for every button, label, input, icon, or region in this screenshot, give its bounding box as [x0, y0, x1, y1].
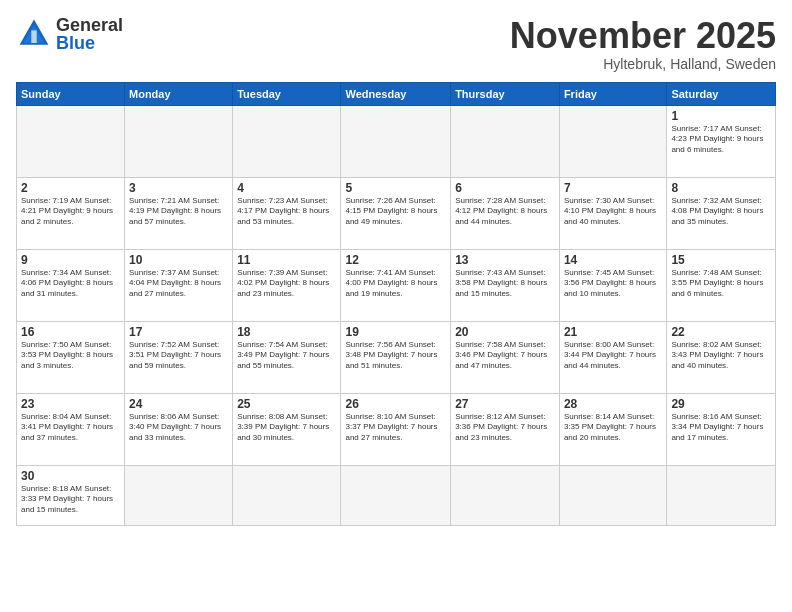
day-info: Sunrise: 8:16 AM Sunset: 3:34 PM Dayligh… — [671, 412, 771, 444]
subtitle: Hyltebruk, Halland, Sweden — [510, 56, 776, 72]
calendar-cell: 8Sunrise: 7:32 AM Sunset: 4:08 PM Daylig… — [667, 177, 776, 249]
calendar-cell: 3Sunrise: 7:21 AM Sunset: 4:19 PM Daylig… — [125, 177, 233, 249]
day-info: Sunrise: 7:17 AM Sunset: 4:23 PM Dayligh… — [671, 124, 771, 156]
day-number: 29 — [671, 397, 771, 411]
day-info: Sunrise: 8:18 AM Sunset: 3:33 PM Dayligh… — [21, 484, 120, 516]
calendar-cell: 13Sunrise: 7:43 AM Sunset: 3:58 PM Dayli… — [451, 249, 560, 321]
calendar-cell — [667, 465, 776, 525]
calendar-cell: 6Sunrise: 7:28 AM Sunset: 4:12 PM Daylig… — [451, 177, 560, 249]
calendar-cell: 19Sunrise: 7:56 AM Sunset: 3:48 PM Dayli… — [341, 321, 451, 393]
day-number: 4 — [237, 181, 336, 195]
day-number: 24 — [129, 397, 228, 411]
day-number: 3 — [129, 181, 228, 195]
calendar-cell: 16Sunrise: 7:50 AM Sunset: 3:53 PM Dayli… — [17, 321, 125, 393]
calendar-week-row: 2Sunrise: 7:19 AM Sunset: 4:21 PM Daylig… — [17, 177, 776, 249]
day-info: Sunrise: 8:10 AM Sunset: 3:37 PM Dayligh… — [345, 412, 446, 444]
day-number: 6 — [455, 181, 555, 195]
day-number: 15 — [671, 253, 771, 267]
calendar-cell — [341, 105, 451, 177]
day-number: 12 — [345, 253, 446, 267]
day-number: 16 — [21, 325, 120, 339]
calendar-cell: 14Sunrise: 7:45 AM Sunset: 3:56 PM Dayli… — [559, 249, 666, 321]
calendar-header-row: SundayMondayTuesdayWednesdayThursdayFrid… — [17, 82, 776, 105]
calendar-cell — [559, 465, 666, 525]
day-info: Sunrise: 7:43 AM Sunset: 3:58 PM Dayligh… — [455, 268, 555, 300]
day-number: 8 — [671, 181, 771, 195]
day-info: Sunrise: 7:34 AM Sunset: 4:06 PM Dayligh… — [21, 268, 120, 300]
day-number: 27 — [455, 397, 555, 411]
day-header-wednesday: Wednesday — [341, 82, 451, 105]
calendar-cell: 9Sunrise: 7:34 AM Sunset: 4:06 PM Daylig… — [17, 249, 125, 321]
day-number: 17 — [129, 325, 228, 339]
day-number: 26 — [345, 397, 446, 411]
day-info: Sunrise: 7:19 AM Sunset: 4:21 PM Dayligh… — [21, 196, 120, 228]
calendar-cell: 5Sunrise: 7:26 AM Sunset: 4:15 PM Daylig… — [341, 177, 451, 249]
calendar-cell: 25Sunrise: 8:08 AM Sunset: 3:39 PM Dayli… — [233, 393, 341, 465]
logo-blue: Blue — [56, 34, 123, 52]
page: General Blue November 2025 Hyltebruk, Ha… — [0, 0, 792, 612]
day-info: Sunrise: 8:04 AM Sunset: 3:41 PM Dayligh… — [21, 412, 120, 444]
calendar-cell — [125, 105, 233, 177]
day-info: Sunrise: 8:12 AM Sunset: 3:36 PM Dayligh… — [455, 412, 555, 444]
calendar-cell: 15Sunrise: 7:48 AM Sunset: 3:55 PM Dayli… — [667, 249, 776, 321]
day-number: 1 — [671, 109, 771, 123]
calendar-cell: 21Sunrise: 8:00 AM Sunset: 3:44 PM Dayli… — [559, 321, 666, 393]
day-info: Sunrise: 8:02 AM Sunset: 3:43 PM Dayligh… — [671, 340, 771, 372]
day-number: 14 — [564, 253, 662, 267]
day-info: Sunrise: 7:50 AM Sunset: 3:53 PM Dayligh… — [21, 340, 120, 372]
day-info: Sunrise: 7:45 AM Sunset: 3:56 PM Dayligh… — [564, 268, 662, 300]
calendar-cell: 11Sunrise: 7:39 AM Sunset: 4:02 PM Dayli… — [233, 249, 341, 321]
day-number: 5 — [345, 181, 446, 195]
calendar-cell — [451, 465, 560, 525]
day-info: Sunrise: 7:23 AM Sunset: 4:17 PM Dayligh… — [237, 196, 336, 228]
title-block: November 2025 Hyltebruk, Halland, Sweden — [510, 16, 776, 72]
calendar-cell: 2Sunrise: 7:19 AM Sunset: 4:21 PM Daylig… — [17, 177, 125, 249]
calendar-cell — [233, 105, 341, 177]
day-info: Sunrise: 7:30 AM Sunset: 4:10 PM Dayligh… — [564, 196, 662, 228]
day-number: 22 — [671, 325, 771, 339]
calendar-cell: 1Sunrise: 7:17 AM Sunset: 4:23 PM Daylig… — [667, 105, 776, 177]
calendar-week-row: 16Sunrise: 7:50 AM Sunset: 3:53 PM Dayli… — [17, 321, 776, 393]
calendar-week-row: 30Sunrise: 8:18 AM Sunset: 3:33 PM Dayli… — [17, 465, 776, 525]
day-info: Sunrise: 7:28 AM Sunset: 4:12 PM Dayligh… — [455, 196, 555, 228]
calendar-cell: 26Sunrise: 8:10 AM Sunset: 3:37 PM Dayli… — [341, 393, 451, 465]
day-header-sunday: Sunday — [17, 82, 125, 105]
calendar-cell: 12Sunrise: 7:41 AM Sunset: 4:00 PM Dayli… — [341, 249, 451, 321]
day-header-friday: Friday — [559, 82, 666, 105]
svg-rect-2 — [31, 30, 36, 43]
day-info: Sunrise: 7:56 AM Sunset: 3:48 PM Dayligh… — [345, 340, 446, 372]
calendar-cell: 18Sunrise: 7:54 AM Sunset: 3:49 PM Dayli… — [233, 321, 341, 393]
day-header-saturday: Saturday — [667, 82, 776, 105]
day-number: 10 — [129, 253, 228, 267]
calendar-cell: 22Sunrise: 8:02 AM Sunset: 3:43 PM Dayli… — [667, 321, 776, 393]
day-number: 25 — [237, 397, 336, 411]
day-number: 19 — [345, 325, 446, 339]
calendar-cell — [233, 465, 341, 525]
calendar-cell — [559, 105, 666, 177]
day-number: 18 — [237, 325, 336, 339]
day-number: 30 — [21, 469, 120, 483]
month-title: November 2025 — [510, 16, 776, 56]
day-number: 11 — [237, 253, 336, 267]
calendar-cell: 27Sunrise: 8:12 AM Sunset: 3:36 PM Dayli… — [451, 393, 560, 465]
calendar-cell: 7Sunrise: 7:30 AM Sunset: 4:10 PM Daylig… — [559, 177, 666, 249]
day-info: Sunrise: 7:58 AM Sunset: 3:46 PM Dayligh… — [455, 340, 555, 372]
day-header-thursday: Thursday — [451, 82, 560, 105]
calendar-cell — [17, 105, 125, 177]
calendar-table: SundayMondayTuesdayWednesdayThursdayFrid… — [16, 82, 776, 526]
day-number: 20 — [455, 325, 555, 339]
day-number: 2 — [21, 181, 120, 195]
logo-general: General — [56, 16, 123, 34]
header: General Blue November 2025 Hyltebruk, Ha… — [16, 16, 776, 72]
calendar-cell — [125, 465, 233, 525]
calendar-cell: 29Sunrise: 8:16 AM Sunset: 3:34 PM Dayli… — [667, 393, 776, 465]
day-number: 23 — [21, 397, 120, 411]
day-number: 13 — [455, 253, 555, 267]
calendar-cell: 23Sunrise: 8:04 AM Sunset: 3:41 PM Dayli… — [17, 393, 125, 465]
calendar-week-row: 9Sunrise: 7:34 AM Sunset: 4:06 PM Daylig… — [17, 249, 776, 321]
day-number: 21 — [564, 325, 662, 339]
calendar-cell: 28Sunrise: 8:14 AM Sunset: 3:35 PM Dayli… — [559, 393, 666, 465]
day-info: Sunrise: 8:08 AM Sunset: 3:39 PM Dayligh… — [237, 412, 336, 444]
day-header-monday: Monday — [125, 82, 233, 105]
calendar-cell: 24Sunrise: 8:06 AM Sunset: 3:40 PM Dayli… — [125, 393, 233, 465]
